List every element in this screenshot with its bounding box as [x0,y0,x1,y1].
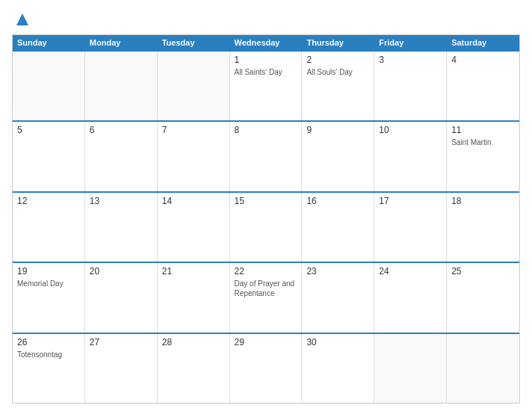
calendar-cell: 25 [447,263,519,332]
day-number: 22 [235,266,297,276]
day-number: 2 [306,55,369,65]
day-number: 19 [17,266,80,276]
day-number: 5 [17,125,80,135]
calendar-cell: 17 [374,193,447,262]
calendar-cell: 3 [374,52,447,120]
day-number: 24 [379,266,442,276]
header-day-tuesday: Tuesday [158,35,230,50]
header-day-friday: Friday [374,35,447,50]
calendar-week-2: 567891011Saint Martin [13,120,519,191]
calendar-week-1: 1All Saints' Day2All Souls' Day34 [13,50,519,120]
calendar-week-3: 12131415161718 [13,191,519,262]
calendar-cell: 12 [13,193,85,262]
day-number: 17 [379,196,442,206]
calendar-cell: 21 [158,263,230,332]
calendar-cell: 20 [85,263,158,332]
day-number: 4 [451,55,515,65]
logo [12,12,33,27]
holiday-label: All Saints' Day [235,68,282,76]
calendar-cell: 8 [230,122,303,191]
day-number: 12 [17,196,80,206]
day-number: 18 [451,196,515,206]
calendar-cell: 22Day of Prayer and Repentance [230,263,303,332]
calendar-cell: 5 [13,122,85,191]
calendar-page: SundayMondayTuesdayWednesdayThursdayFrid… [0,0,532,411]
day-number: 6 [90,125,152,135]
day-number: 20 [90,266,152,276]
calendar-cell: 18 [447,193,519,262]
day-number: 29 [235,337,297,347]
calendar-cell [374,334,447,403]
calendar-cell: 7 [158,122,230,191]
calendar-cell [85,52,158,120]
calendar-cell: 11Saint Martin [447,122,519,191]
calendar-cell [158,52,230,120]
calendar-cell: 29 [230,334,303,403]
holiday-label: Memorial Day [17,279,64,288]
svg-marker-0 [16,13,28,25]
day-number: 25 [451,266,515,276]
day-number: 26 [17,337,80,347]
calendar-cell: 2All Souls' Day [302,52,374,120]
calendar-cell: 10 [374,122,447,191]
day-number: 14 [162,196,225,206]
day-number: 23 [306,266,369,276]
day-number: 10 [379,125,442,135]
day-number: 30 [306,337,369,347]
day-number: 21 [162,266,225,276]
calendar-cell: 1All Saints' Day [230,52,303,120]
day-number: 1 [235,55,297,65]
calendar-cell: 13 [85,193,158,262]
day-number: 9 [306,125,369,135]
holiday-label: Saint Martin [451,138,491,146]
day-number: 13 [90,196,152,206]
day-number: 7 [162,125,225,135]
calendar-body: 1All Saints' Day2All Souls' Day345678910… [13,50,519,403]
calendar-cell: 15 [230,193,303,262]
calendar-cell [13,52,85,120]
header-day-wednesday: Wednesday [230,35,303,50]
calendar-week-4: 19Memorial Day202122Day of Prayer and Re… [13,262,519,332]
calendar-header-row: SundayMondayTuesdayWednesdayThursdayFrid… [13,35,519,50]
header-day-sunday: Sunday [13,35,85,50]
calendar-cell: 19Memorial Day [13,263,85,332]
calendar-week-5: 26Totensonntag27282930 [13,333,519,403]
day-number: 28 [162,337,225,347]
header-day-monday: Monday [85,35,158,50]
calendar-cell: 16 [302,193,374,262]
holiday-label: Day of Prayer and Repentance [235,279,295,297]
calendar-cell: 23 [302,263,374,332]
calendar-cell: 28 [158,334,230,403]
calendar-grid: SundayMondayTuesdayWednesdayThursdayFrid… [12,34,520,404]
calendar-cell: 26Totensonntag [13,334,85,403]
calendar-cell: 4 [447,52,519,120]
header-day-thursday: Thursday [302,35,374,50]
day-number: 8 [235,125,297,135]
header [12,12,520,27]
calendar-cell [447,334,519,403]
calendar-cell: 6 [85,122,158,191]
calendar-cell: 27 [85,334,158,403]
calendar-cell: 9 [302,122,374,191]
calendar-cell: 30 [302,334,374,403]
calendar-cell: 24 [374,263,447,332]
day-number: 3 [379,55,442,65]
day-number: 27 [90,337,152,347]
day-number: 15 [235,196,297,206]
day-number: 16 [306,196,369,206]
holiday-label: All Souls' Day [306,68,352,76]
header-day-saturday: Saturday [447,35,519,50]
logo-icon [15,12,30,27]
day-number: 11 [451,125,515,135]
holiday-label: Totensonntag [17,350,62,359]
calendar-cell: 14 [158,193,230,262]
